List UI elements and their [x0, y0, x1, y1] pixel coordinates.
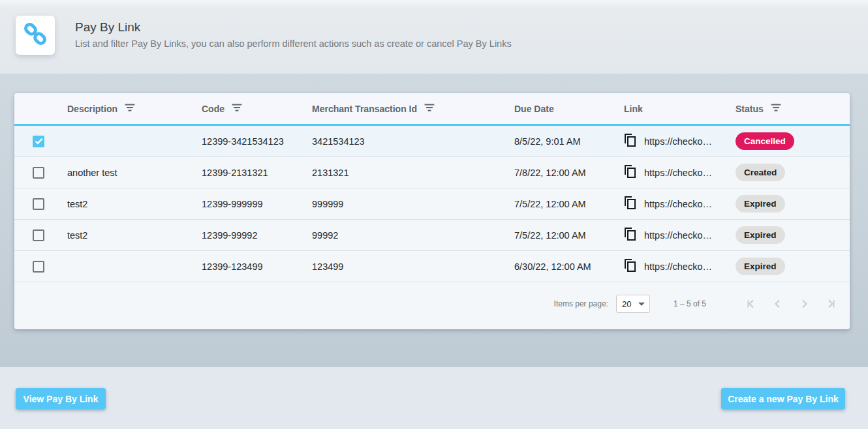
- row-checkbox[interactable]: [33, 198, 44, 210]
- column-header-merchant-transaction-id[interactable]: Merchant Transaction Id: [312, 103, 514, 114]
- status-badge: Expired: [736, 258, 785, 275]
- paginator: Items per page: 20 1 – 5 of 5: [14, 282, 850, 325]
- footer-action-bar: View Pay By Link Create a new Pay By Lin…: [0, 367, 868, 429]
- table-row[interactable]: 12399-123499 123499 6/30/22, 12:00 AM: [14, 251, 850, 282]
- link-cell: https://checko…: [624, 164, 736, 181]
- row-checkbox[interactable]: [33, 229, 44, 241]
- link-cell: https://checko…: [624, 258, 736, 274]
- filter-icon[interactable]: [424, 103, 435, 114]
- description-cell: test2: [67, 199, 202, 209]
- copy-icon[interactable]: [624, 196, 636, 212]
- row-checkbox[interactable]: [33, 136, 44, 147]
- chevron-down-icon: [638, 303, 645, 306]
- column-header-due-date: Due Date: [514, 104, 624, 114]
- link-url[interactable]: https://checko…: [644, 136, 712, 147]
- status-cell: Expired: [736, 258, 850, 275]
- merchant-transaction-id-cell: 123499: [312, 261, 514, 272]
- column-label: Link: [624, 104, 643, 114]
- due-date-cell: 7/5/22, 12:00 AM: [514, 230, 624, 241]
- due-date-cell: 7/8/22, 12:00 AM: [514, 168, 624, 178]
- pay-by-link-page: Pay By Link List and filter Pay By Links…: [0, 0, 868, 429]
- code-cell: 12399-123499: [202, 261, 312, 272]
- checkbox-cell: [14, 198, 67, 210]
- filter-icon[interactable]: [125, 103, 135, 114]
- merchant-transaction-id-cell: 2131321: [312, 168, 514, 178]
- column-header-description[interactable]: Description: [67, 103, 202, 114]
- filter-icon[interactable]: [771, 103, 781, 114]
- column-label: Merchant Transaction Id: [312, 104, 417, 114]
- link-url[interactable]: https://checko…: [644, 261, 712, 272]
- page-subtitle: List and filter Pay By Links, you can al…: [75, 38, 512, 49]
- link-cell: https://checko…: [624, 133, 736, 149]
- link-url[interactable]: https://checko…: [644, 199, 712, 209]
- page-range-label: 1 – 5 of 5: [674, 299, 706, 308]
- table-row[interactable]: 12399-3421534123 3421534123 8/5/22, 9:01…: [14, 126, 850, 157]
- create-pay-by-link-button[interactable]: Create a new Pay By Link: [721, 388, 845, 409]
- column-header-status[interactable]: Status: [736, 103, 850, 114]
- table-body: 12399-3421534123 3421534123 8/5/22, 9:01…: [14, 126, 850, 282]
- items-per-page-value: 20: [622, 299, 631, 309]
- content-area: Description Code Merchant Transaction Id: [0, 74, 868, 367]
- column-label: Description: [67, 104, 117, 114]
- copy-icon[interactable]: [624, 227, 636, 243]
- table-header-row: Description Code Merchant Transaction Id: [14, 93, 850, 126]
- last-page-button[interactable]: [822, 296, 838, 312]
- description-cell: test2: [67, 230, 202, 241]
- status-cell: Expired: [736, 195, 850, 213]
- code-cell: 12399-2131321: [202, 168, 312, 178]
- status-badge: Expired: [736, 226, 785, 244]
- page-header: Pay By Link List and filter Pay By Links…: [0, 0, 868, 74]
- link-url[interactable]: https://checko…: [644, 230, 712, 241]
- copy-icon[interactable]: [624, 133, 636, 149]
- previous-page-button[interactable]: [770, 296, 786, 312]
- table-row[interactable]: test2 12399-999999 999999 7/5/22, 12:00 …: [14, 188, 850, 220]
- link-cell: https://checko…: [624, 227, 736, 243]
- column-label: Code: [202, 104, 225, 114]
- page-title: Pay By Link: [75, 20, 140, 35]
- table-row[interactable]: test2 12399-99992 99992 7/5/22, 12:00 AM: [14, 220, 850, 251]
- copy-icon[interactable]: [624, 164, 636, 181]
- copy-icon[interactable]: [624, 258, 636, 274]
- status-badge: Expired: [736, 195, 785, 213]
- items-per-page-select[interactable]: 20: [616, 295, 650, 313]
- filter-icon[interactable]: [232, 103, 242, 114]
- row-checkbox[interactable]: [33, 261, 44, 273]
- link-url[interactable]: https://checko…: [644, 168, 712, 178]
- module-icon-card: [16, 16, 55, 55]
- column-label: Status: [736, 104, 764, 114]
- merchant-transaction-id-cell: 99992: [312, 230, 514, 241]
- checkbox-cell: [14, 136, 67, 147]
- merchant-transaction-id-cell: 999999: [312, 199, 514, 209]
- merchant-transaction-id-cell: 3421534123: [312, 136, 514, 147]
- status-cell: Created: [736, 164, 850, 181]
- description-cell: another test: [67, 168, 202, 178]
- row-checkbox[interactable]: [33, 167, 44, 179]
- pay-by-link-table-card: Description Code Merchant Transaction Id: [14, 93, 850, 329]
- first-page-button[interactable]: [744, 296, 760, 312]
- status-cell: Cancelled: [736, 132, 850, 150]
- code-cell: 12399-99992: [202, 230, 312, 241]
- checkbox-cell: [14, 229, 67, 241]
- next-page-button[interactable]: [796, 296, 812, 312]
- items-per-page-label: Items per page:: [554, 299, 608, 308]
- column-label: Due Date: [514, 104, 554, 114]
- link-cell: https://checko…: [624, 196, 736, 212]
- due-date-cell: 7/5/22, 12:00 AM: [514, 199, 624, 209]
- status-badge: Created: [736, 164, 785, 181]
- code-cell: 12399-999999: [202, 199, 312, 209]
- column-header-code[interactable]: Code: [202, 103, 312, 114]
- status-badge: Cancelled: [736, 132, 794, 150]
- column-header-link: Link: [624, 104, 736, 114]
- checkbox-cell: [14, 261, 67, 273]
- due-date-cell: 6/30/22, 12:00 AM: [514, 261, 624, 272]
- code-cell: 12399-3421534123: [202, 136, 312, 147]
- due-date-cell: 8/5/22, 9:01 AM: [514, 136, 624, 147]
- table-row[interactable]: another test 12399-2131321 2131321 7/8/2…: [14, 157, 850, 188]
- view-pay-by-link-button[interactable]: View Pay By Link: [16, 388, 106, 409]
- chain-link-icon: [22, 21, 48, 50]
- checkbox-cell: [14, 167, 67, 179]
- status-cell: Expired: [736, 226, 850, 244]
